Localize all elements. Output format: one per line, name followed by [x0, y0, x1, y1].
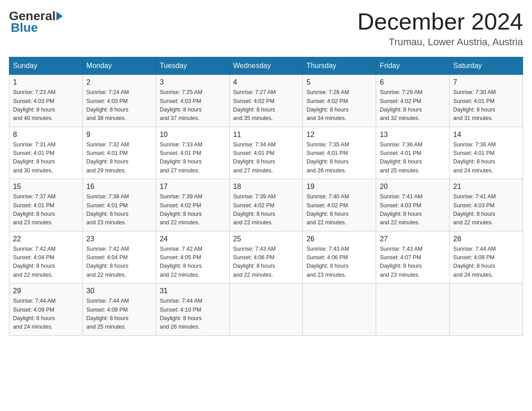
calendar-week-row: 15Sunrise: 7:37 AMSunset: 4:01 PMDayligh…	[9, 179, 523, 231]
calendar-day-cell: 29Sunrise: 7:44 AMSunset: 4:09 PMDayligh…	[9, 283, 83, 336]
calendar-day-cell: 10Sunrise: 7:33 AMSunset: 4:01 PMDayligh…	[156, 127, 229, 179]
day-number: 23	[86, 235, 152, 243]
calendar-day-cell: 12Sunrise: 7:35 AMSunset: 4:01 PMDayligh…	[303, 127, 376, 179]
logo: General Blue	[9, 9, 63, 35]
day-number: 26	[306, 235, 372, 243]
calendar-day-cell: 16Sunrise: 7:38 AMSunset: 4:01 PMDayligh…	[82, 179, 156, 231]
day-info: Sunrise: 7:44 AMSunset: 4:09 PMDaylight:…	[13, 297, 79, 332]
calendar-day-cell: 3Sunrise: 7:25 AMSunset: 4:03 PMDaylight…	[156, 75, 229, 127]
day-number: 4	[233, 78, 299, 86]
day-number: 16	[86, 183, 152, 191]
day-number: 18	[233, 183, 299, 191]
day-number: 22	[13, 235, 79, 243]
calendar-day-cell: 28Sunrise: 7:44 AMSunset: 4:08 PMDayligh…	[450, 231, 523, 283]
calendar-header: Sunday Monday Tuesday Wednesday Thursday…	[9, 57, 523, 75]
calendar-day-cell: 21Sunrise: 7:41 AMSunset: 4:03 PMDayligh…	[450, 179, 523, 231]
weekday-header-row: Sunday Monday Tuesday Wednesday Thursday…	[9, 57, 523, 75]
day-info: Sunrise: 7:36 AMSunset: 4:01 PMDaylight:…	[380, 141, 446, 176]
calendar-day-cell	[376, 283, 450, 336]
day-number: 24	[160, 235, 226, 243]
header-saturday: Saturday	[450, 57, 523, 75]
day-info: Sunrise: 7:25 AMSunset: 4:03 PMDaylight:…	[160, 88, 226, 123]
calendar-day-cell: 14Sunrise: 7:36 AMSunset: 4:01 PMDayligh…	[450, 127, 523, 179]
calendar-day-cell: 13Sunrise: 7:36 AMSunset: 4:01 PMDayligh…	[376, 127, 450, 179]
calendar-week-row: 8Sunrise: 7:31 AMSunset: 4:01 PMDaylight…	[9, 127, 523, 179]
calendar-table: Sunday Monday Tuesday Wednesday Thursday…	[9, 57, 523, 336]
day-number: 28	[453, 235, 519, 243]
day-number: 30	[86, 287, 152, 295]
day-info: Sunrise: 7:39 AMSunset: 4:02 PMDaylight:…	[233, 193, 299, 227]
header-wednesday: Wednesday	[229, 57, 303, 75]
calendar-day-cell: 22Sunrise: 7:42 AMSunset: 4:04 PMDayligh…	[9, 231, 83, 283]
day-info: Sunrise: 7:39 AMSunset: 4:02 PMDaylight:…	[160, 193, 226, 227]
day-info: Sunrise: 7:42 AMSunset: 4:04 PMDaylight:…	[13, 245, 79, 280]
day-info: Sunrise: 7:42 AMSunset: 4:05 PMDaylight:…	[160, 245, 226, 280]
day-info: Sunrise: 7:29 AMSunset: 4:02 PMDaylight:…	[380, 88, 446, 123]
day-info: Sunrise: 7:43 AMSunset: 4:07 PMDaylight:…	[380, 245, 446, 280]
calendar-day-cell	[450, 283, 523, 336]
day-number: 9	[86, 131, 152, 139]
day-number: 19	[306, 183, 372, 191]
header-thursday: Thursday	[303, 57, 376, 75]
calendar-week-row: 22Sunrise: 7:42 AMSunset: 4:04 PMDayligh…	[9, 231, 523, 283]
day-info: Sunrise: 7:28 AMSunset: 4:02 PMDaylight:…	[306, 88, 372, 123]
day-number: 20	[380, 183, 446, 191]
day-number: 2	[86, 78, 152, 86]
day-info: Sunrise: 7:27 AMSunset: 4:02 PMDaylight:…	[233, 88, 299, 123]
day-number: 7	[453, 78, 519, 86]
day-info: Sunrise: 7:35 AMSunset: 4:01 PMDaylight:…	[306, 141, 372, 176]
calendar-day-cell	[303, 283, 376, 336]
day-number: 21	[453, 183, 519, 191]
day-info: Sunrise: 7:24 AMSunset: 4:03 PMDaylight:…	[86, 88, 152, 123]
day-number: 3	[160, 78, 226, 86]
day-info: Sunrise: 7:43 AMSunset: 4:06 PMDaylight:…	[233, 245, 299, 280]
header-friday: Friday	[376, 57, 450, 75]
day-info: Sunrise: 7:34 AMSunset: 4:01 PMDaylight:…	[233, 141, 299, 176]
day-info: Sunrise: 7:32 AMSunset: 4:01 PMDaylight:…	[86, 141, 152, 176]
location-subtitle: Trumau, Lower Austria, Austria	[357, 36, 523, 48]
calendar-day-cell: 9Sunrise: 7:32 AMSunset: 4:01 PMDaylight…	[82, 127, 156, 179]
calendar-week-row: 1Sunrise: 7:23 AMSunset: 4:03 PMDaylight…	[9, 75, 523, 127]
day-number: 11	[233, 131, 299, 139]
calendar-day-cell: 8Sunrise: 7:31 AMSunset: 4:01 PMDaylight…	[9, 127, 83, 179]
day-number: 29	[13, 287, 79, 295]
day-info: Sunrise: 7:43 AMSunset: 4:06 PMDaylight:…	[306, 245, 372, 280]
day-number: 13	[380, 131, 446, 139]
calendar-day-cell: 18Sunrise: 7:39 AMSunset: 4:02 PMDayligh…	[229, 179, 303, 231]
calendar-day-cell: 1Sunrise: 7:23 AMSunset: 4:03 PMDaylight…	[9, 75, 83, 127]
calendar-day-cell: 7Sunrise: 7:30 AMSunset: 4:01 PMDaylight…	[450, 75, 523, 127]
day-number: 31	[160, 287, 226, 295]
calendar-day-cell: 4Sunrise: 7:27 AMSunset: 4:02 PMDaylight…	[229, 75, 303, 127]
day-info: Sunrise: 7:33 AMSunset: 4:01 PMDaylight:…	[160, 141, 226, 176]
day-info: Sunrise: 7:38 AMSunset: 4:01 PMDaylight:…	[86, 193, 152, 227]
day-info: Sunrise: 7:44 AMSunset: 4:08 PMDaylight:…	[453, 245, 519, 280]
calendar-day-cell: 27Sunrise: 7:43 AMSunset: 4:07 PMDayligh…	[376, 231, 450, 283]
day-info: Sunrise: 7:44 AMSunset: 4:09 PMDaylight:…	[86, 297, 152, 332]
day-info: Sunrise: 7:40 AMSunset: 4:02 PMDaylight:…	[306, 193, 372, 227]
day-number: 1	[13, 78, 79, 86]
calendar-day-cell: 19Sunrise: 7:40 AMSunset: 4:02 PMDayligh…	[303, 179, 376, 231]
day-number: 17	[160, 183, 226, 191]
header-monday: Monday	[82, 57, 156, 75]
day-info: Sunrise: 7:42 AMSunset: 4:04 PMDaylight:…	[86, 245, 152, 280]
day-info: Sunrise: 7:36 AMSunset: 4:01 PMDaylight:…	[453, 141, 519, 176]
calendar-day-cell: 31Sunrise: 7:44 AMSunset: 4:10 PMDayligh…	[156, 283, 229, 336]
day-number: 27	[380, 235, 446, 243]
calendar-day-cell: 5Sunrise: 7:28 AMSunset: 4:02 PMDaylight…	[303, 75, 376, 127]
calendar-day-cell: 23Sunrise: 7:42 AMSunset: 4:04 PMDayligh…	[82, 231, 156, 283]
day-number: 10	[160, 131, 226, 139]
month-year-title: December 2024	[357, 9, 523, 34]
day-info: Sunrise: 7:41 AMSunset: 4:03 PMDaylight:…	[380, 193, 446, 227]
day-info: Sunrise: 7:31 AMSunset: 4:01 PMDaylight:…	[13, 141, 79, 176]
header-sunday: Sunday	[9, 57, 83, 75]
day-number: 5	[306, 78, 372, 86]
day-info: Sunrise: 7:37 AMSunset: 4:01 PMDaylight:…	[13, 193, 79, 227]
calendar-day-cell: 20Sunrise: 7:41 AMSunset: 4:03 PMDayligh…	[376, 179, 450, 231]
day-info: Sunrise: 7:41 AMSunset: 4:03 PMDaylight:…	[453, 193, 519, 227]
day-info: Sunrise: 7:44 AMSunset: 4:10 PMDaylight:…	[160, 297, 226, 332]
calendar-day-cell: 11Sunrise: 7:34 AMSunset: 4:01 PMDayligh…	[229, 127, 303, 179]
calendar-day-cell: 2Sunrise: 7:24 AMSunset: 4:03 PMDaylight…	[82, 75, 156, 127]
day-number: 12	[306, 131, 372, 139]
calendar-day-cell: 24Sunrise: 7:42 AMSunset: 4:05 PMDayligh…	[156, 231, 229, 283]
calendar-day-cell: 15Sunrise: 7:37 AMSunset: 4:01 PMDayligh…	[9, 179, 83, 231]
